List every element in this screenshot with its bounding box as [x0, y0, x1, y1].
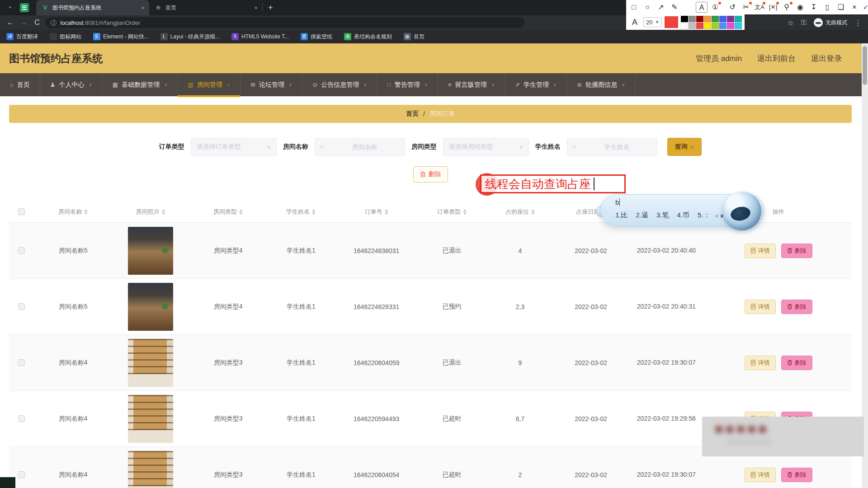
- back-button[interactable]: ←: [6, 18, 14, 27]
- row-checkbox[interactable]: [18, 471, 25, 478]
- col-header-photo[interactable]: 房间照片: [112, 208, 189, 216]
- nav-item-warning[interactable]: ∷警告管理∨: [377, 73, 439, 96]
- nav-item-room-mgmt[interactable]: ▥房间管理∨: [178, 73, 241, 96]
- download-icon[interactable]: ↧: [808, 2, 820, 13]
- nav-item-carousel[interactable]: ⊚轮播图信息∨: [567, 73, 635, 96]
- nav-item-personal[interactable]: ♟个人中心∨: [40, 73, 103, 96]
- undo-icon[interactable]: ↺: [726, 2, 738, 13]
- breadcrumb-home[interactable]: 首页: [406, 110, 419, 118]
- ocr-icon[interactable]: [✕]: [767, 2, 779, 13]
- new-tab-button[interactable]: +: [268, 3, 273, 13]
- room-photo[interactable]: [128, 227, 173, 275]
- bookmark-star-icon[interactable]: ☆: [787, 19, 793, 27]
- detail-button[interactable]: 详情: [745, 300, 776, 314]
- browser-logo-icon[interactable]: ◔: [5, 4, 14, 12]
- nav-item-announcement[interactable]: ⊙公告信息管理∨: [302, 73, 377, 96]
- row-checkbox[interactable]: [18, 415, 25, 422]
- font-size-select[interactable]: 20▼: [643, 17, 662, 27]
- record-icon[interactable]: ◉: [794, 2, 806, 13]
- bulk-delete-button[interactable]: 删除: [413, 166, 448, 183]
- refresh-button[interactable]: C: [34, 18, 40, 27]
- col-header-order-type[interactable]: 订单类型: [418, 208, 486, 216]
- pinned-sheets-icon[interactable]: [20, 3, 29, 12]
- student-name-input[interactable]: [567, 138, 657, 156]
- bookmark-item[interactable]: 表表结构命名规则: [344, 33, 392, 41]
- sort-icon[interactable]: [385, 209, 388, 215]
- sort-icon[interactable]: [463, 209, 467, 215]
- row-checkbox[interactable]: [18, 247, 25, 254]
- sort-icon[interactable]: [162, 209, 165, 215]
- nav-item-forum[interactable]: ✉论坛管理∨: [241, 73, 302, 96]
- browser-tab[interactable]: ⊕ 首页 ×: [149, 0, 262, 15]
- step-number-tool-icon[interactable]: ①: [709, 2, 721, 13]
- sort-icon[interactable]: [84, 209, 88, 215]
- mosaic-tool-icon[interactable]: [682, 2, 694, 13]
- site-info-icon[interactable]: i: [51, 20, 57, 26]
- password-key-icon[interactable]: ⚿: [801, 19, 807, 27]
- text-tool-icon[interactable]: A: [696, 2, 708, 13]
- sort-icon[interactable]: [312, 209, 316, 215]
- row-checkbox[interactable]: [18, 303, 25, 310]
- finish-button[interactable]: ✓ 完成: [863, 0, 868, 15]
- arrow-tool-icon[interactable]: ↗: [655, 2, 667, 13]
- detail-button[interactable]: 详情: [745, 356, 776, 370]
- ime-candidate[interactable]: 5.：: [698, 211, 710, 220]
- forward-button[interactable]: →: [20, 18, 28, 27]
- bookmark-item[interactable]: ◍首页: [404, 33, 425, 41]
- ime-candidate[interactable]: 1.比: [615, 211, 628, 220]
- sort-icon[interactable]: [531, 209, 535, 215]
- select-all-checkbox[interactable]: [18, 208, 25, 215]
- delete-button[interactable]: 删除: [781, 244, 812, 258]
- room-photo[interactable]: [128, 451, 173, 488]
- room-type-select[interactable]: 请选择房间类型∨: [443, 138, 529, 156]
- bookmark-item[interactable]: 图标网站: [50, 33, 81, 41]
- col-header-seats[interactable]: 占的座位: [486, 208, 554, 216]
- ime-candidate[interactable]: 2.逼: [636, 211, 649, 220]
- delete-button[interactable]: 删除: [781, 356, 812, 370]
- room-photo[interactable]: [128, 395, 173, 443]
- current-color-swatch[interactable]: [665, 16, 678, 28]
- annotation-textbox[interactable]: 线程会自动查询占座: [480, 174, 626, 193]
- rectangle-tool-icon[interactable]: □: [628, 2, 640, 13]
- ime-prev-icon[interactable]: ◀: [714, 213, 718, 219]
- ime-candidate[interactable]: 4.币: [677, 211, 690, 220]
- scrollbar-thumb[interactable]: [863, 46, 867, 85]
- pen-tool-icon[interactable]: ✎: [669, 2, 680, 13]
- col-header-order-no[interactable]: 订单号: [335, 208, 418, 216]
- nav-item-home[interactable]: ⌂首页: [0, 73, 40, 96]
- nav-item-student[interactable]: ⇗学生管理∨: [505, 73, 567, 96]
- room-photo[interactable]: [128, 283, 173, 331]
- row-checkbox[interactable]: [18, 359, 25, 366]
- delete-button[interactable]: 删除: [781, 468, 812, 482]
- col-header-student[interactable]: 学生姓名: [267, 208, 335, 216]
- cancel-capture-icon[interactable]: ×: [849, 2, 860, 13]
- tab-close-icon[interactable]: ×: [254, 5, 258, 11]
- color-palette[interactable]: [681, 16, 742, 29]
- scissors-icon[interactable]: ✂: [740, 2, 752, 13]
- room-photo[interactable]: [128, 339, 173, 387]
- detail-button[interactable]: 详情: [745, 468, 776, 482]
- logout-front-link[interactable]: 退出到前台: [757, 53, 796, 64]
- bookmark-item[interactable]: LLayui - 经典开源模...: [160, 33, 220, 41]
- order-type-select[interactable]: 请选择订单类型∨: [191, 138, 277, 156]
- ellipse-tool-icon[interactable]: ○: [642, 2, 653, 13]
- translate-icon[interactable]: 文A: [754, 2, 765, 13]
- sort-icon[interactable]: [239, 209, 243, 215]
- ime-candidate[interactable]: 3.笔: [656, 211, 669, 220]
- bookmark-item[interactable]: 5HTML5 Website T...: [231, 33, 289, 40]
- bookmark-item[interactable]: 壁搜索壁纸: [301, 33, 332, 41]
- device-icon[interactable]: ▯: [821, 2, 833, 13]
- browser-menu-icon[interactable]: ⋮: [854, 19, 862, 27]
- pin-icon[interactable]: ⚲: [781, 2, 793, 13]
- address-bar[interactable]: i localhost:8081/#/fangjianOrder: [45, 17, 524, 28]
- tab-close-icon[interactable]: ×: [141, 5, 145, 11]
- delete-button[interactable]: 删除: [781, 300, 812, 314]
- nav-item-base-data[interactable]: ▦基础数据管理∨: [103, 73, 178, 96]
- room-name-input[interactable]: [315, 138, 405, 156]
- logout-link[interactable]: 退出登录: [811, 53, 842, 64]
- browser-tab-active[interactable]: V 图书馆预约占座系统 ×: [36, 0, 149, 15]
- query-button[interactable]: 查询○: [667, 138, 702, 156]
- detail-button[interactable]: 详情: [745, 244, 776, 258]
- bookmark-item[interactable]: EElement - 网站快...: [93, 33, 149, 41]
- nav-item-message-board[interactable]: ≡留言版管理∨: [438, 73, 505, 96]
